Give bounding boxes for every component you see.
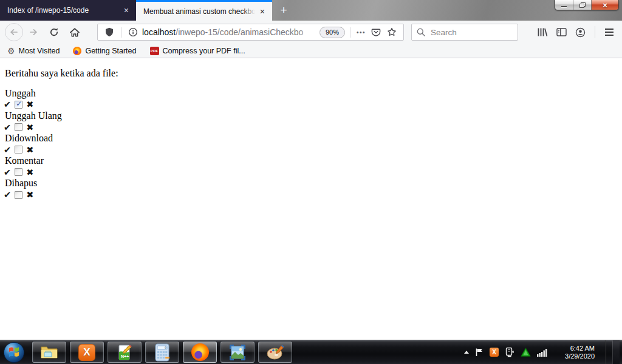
tab-index-of-code[interactable]: Index of /inwepo-15/code × — [0, 0, 136, 21]
toolbar-separator — [595, 26, 595, 38]
bookmark-getting-started[interactable]: Getting Started — [73, 47, 136, 55]
tab-membuat-animasi[interactable]: Membuat animasi custom checkbo × — [136, 0, 272, 21]
new-tab-button[interactable]: + — [275, 0, 293, 21]
item-label-komentar: Komentar — [5, 155, 622, 167]
check-mark-icon[interactable]: ✔ — [4, 167, 11, 177]
cross-mark-icon[interactable]: ✖ — [26, 190, 33, 200]
zoom-level-badge[interactable]: 90% — [320, 27, 345, 38]
check-mark-icon[interactable]: ✔ — [4, 190, 11, 200]
forward-arrow-icon — [29, 27, 38, 37]
action-center-flag-icon[interactable] — [475, 348, 484, 357]
checkbox-komentar[interactable] — [15, 168, 22, 176]
taskbar-windows-explorer-button[interactable] — [32, 342, 66, 363]
show-desktop-button[interactable] — [612, 340, 620, 364]
checkbox-unggah-ulang[interactable] — [15, 123, 22, 131]
tab-close-icon[interactable]: × — [258, 7, 267, 16]
url-bar[interactable]: localhost/inwepo-15/code/animasiCheckbo … — [97, 24, 404, 41]
account-icon[interactable] — [575, 27, 586, 38]
tab-close-icon[interactable]: × — [121, 5, 131, 15]
site-info-icon[interactable] — [128, 27, 138, 37]
back-arrow-icon — [9, 27, 19, 37]
pocket-icon[interactable] — [371, 28, 381, 37]
cross-mark-icon[interactable]: ✖ — [26, 167, 33, 177]
tab-title: Index of /inwepo-15/code — [7, 6, 119, 15]
item-label-unggah: Unggah — [5, 88, 622, 99]
network-signal-icon[interactable] — [537, 348, 547, 357]
item-row-unggah-ulang: ✔ ✖ — [4, 121, 622, 133]
bookmarks-toolbar: ⚙ Most Visited Getting Started PDF Compr… — [0, 44, 622, 58]
tracking-shield-icon[interactable] — [104, 27, 114, 37]
search-input[interactable] — [429, 27, 502, 38]
show-hidden-icons-icon[interactable] — [464, 351, 469, 354]
close-button[interactable]: × — [592, 0, 618, 10]
windows-logo-icon — [2, 341, 26, 364]
home-button[interactable] — [67, 24, 83, 40]
menu-icon[interactable] — [605, 29, 613, 36]
svg-text:N++: N++ — [121, 354, 129, 359]
gear-icon: ⚙ — [7, 47, 15, 55]
checkbox-didownload[interactable] — [15, 146, 22, 153]
taskbar-xampp-button[interactable]: X — [70, 342, 104, 363]
system-tray: X 6:42 AM 3/29/2020 — [464, 340, 622, 364]
reload-button[interactable] — [46, 24, 62, 40]
page-actions-icon[interactable]: ••• — [357, 29, 366, 36]
windows-explorer-icon — [40, 345, 58, 360]
toolbar-icons — [533, 26, 618, 38]
urlbar-separator — [121, 27, 121, 38]
check-mark-icon[interactable]: ✔ — [4, 145, 11, 155]
bookmark-label: Most Visited — [19, 47, 60, 55]
sidebars-icon[interactable] — [556, 27, 567, 37]
power-plug-icon[interactable] — [505, 347, 514, 357]
checkbox-dihapus[interactable] — [15, 191, 22, 199]
xampp-tray-icon[interactable]: X — [490, 348, 499, 357]
url-host: localhost — [142, 27, 176, 37]
item-row-didownload: ✔ ✖ — [4, 144, 622, 155]
smadav-antivirus-icon[interactable] — [521, 348, 531, 357]
bookmark-compress-pdf[interactable]: PDF Compress your PDF fil... — [150, 47, 245, 55]
start-button[interactable] — [0, 340, 28, 364]
page-content: Beritahu saya ketika ada file: Unggah ✔ … — [0, 59, 622, 340]
firefox-icon — [191, 343, 209, 361]
maximize-button[interactable] — [573, 0, 592, 10]
search-bar[interactable] — [411, 24, 518, 41]
forward-button[interactable] — [26, 24, 41, 40]
clock-date: 3/29/2020 — [557, 352, 595, 360]
url-text[interactable]: localhost/inwepo-15/code/animasiCheckbo — [141, 27, 318, 37]
url-path: /inwepo-15/code/animasiCheckbo — [176, 27, 303, 37]
taskbar-calculator-button[interactable]: 0 — [145, 342, 179, 363]
checkbox-unggah[interactable] — [15, 101, 22, 109]
urlbar-separator — [350, 27, 350, 38]
minimize-icon — [561, 6, 567, 8]
taskbar-firefox-button[interactable] — [183, 342, 217, 363]
taskbar-apps: X N++ 0 — [32, 342, 292, 363]
item-label-dihapus: Dihapus — [5, 178, 622, 189]
firefox-icon — [73, 47, 81, 55]
minimize-button[interactable] — [555, 0, 573, 10]
bookmark-label: Compress your PDF fil... — [163, 47, 245, 55]
window-controls: × — [555, 0, 619, 10]
item-label-didownload: Didownload — [5, 133, 622, 144]
cross-mark-icon[interactable]: ✖ — [26, 123, 33, 132]
item-label-unggah-ulang: Unggah Ulang — [5, 110, 622, 122]
calculator-icon: 0 — [155, 343, 169, 362]
search-icon — [417, 28, 425, 36]
bookmark-star-icon[interactable] — [387, 27, 397, 37]
taskbar-paint-button[interactable] — [258, 342, 292, 363]
back-button[interactable] — [5, 23, 23, 41]
reload-icon — [49, 27, 59, 37]
clock-time: 6:42 AM — [557, 345, 595, 352]
cross-mark-icon[interactable]: ✖ — [26, 99, 33, 109]
check-mark-icon[interactable]: ✔ — [4, 123, 11, 132]
taskbar-clock[interactable]: 6:42 AM 3/29/2020 — [557, 345, 595, 360]
taskbar-notepad-plus-plus-button[interactable]: N++ — [108, 342, 142, 363]
bookmark-most-visited[interactable]: ⚙ Most Visited — [7, 47, 60, 55]
close-icon: × — [603, 1, 607, 9]
titlebar: Index of /inwepo-15/code × Membuat anima… — [0, 0, 622, 21]
cross-mark-icon[interactable]: ✖ — [26, 145, 33, 155]
notepad-plus-plus-icon: N++ — [116, 344, 133, 361]
taskbar-photo-viewer-button[interactable] — [220, 342, 255, 363]
library-icon[interactable] — [537, 27, 548, 37]
windows-taskbar: X N++ 0 — [0, 340, 622, 364]
navigation-toolbar: localhost/inwepo-15/code/animasiCheckbo … — [0, 21, 622, 44]
check-mark-icon[interactable]: ✔ — [4, 99, 11, 109]
